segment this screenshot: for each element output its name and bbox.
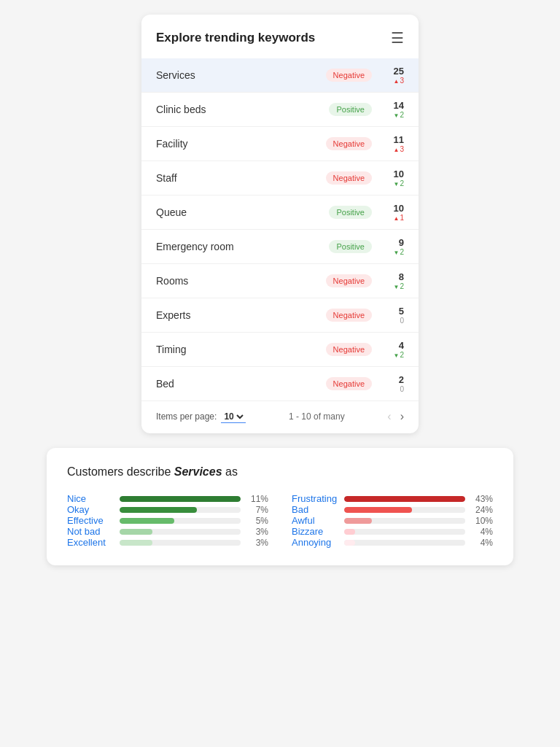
stat-count: 4 <box>399 340 404 351</box>
bar-container <box>120 518 241 524</box>
stat-count: 5 <box>399 306 404 317</box>
describe-row: Effective 5% <box>67 515 268 526</box>
stat-change-up: 3 <box>394 145 404 153</box>
describe-pct: 3% <box>248 527 268 537</box>
keyword-name: Queue <box>156 206 329 218</box>
describe-label: Bad <box>292 504 337 515</box>
per-page-select[interactable]: 10 20 50 <box>221 411 246 423</box>
describe-row: Excellent 3% <box>67 537 268 548</box>
stat-count: 9 <box>399 237 404 248</box>
keyword-stats: 8 2 <box>381 271 404 290</box>
describe-row: Nice 11% <box>67 493 268 504</box>
keywords-header: Explore trending keywords ☰ <box>141 29 419 58</box>
bar-container <box>344 529 465 535</box>
keyword-name: Staff <box>156 172 326 184</box>
describe-label: Not bad <box>67 526 112 537</box>
stat-change-down: 2 <box>394 282 404 290</box>
describe-pct: 4% <box>472 538 493 548</box>
describe-pct: 43% <box>472 494 493 504</box>
keyword-row[interactable]: Clinic beds Positive 14 2 <box>141 93 419 127</box>
bar-fill <box>120 540 152 546</box>
describe-label: Bizzare <box>292 526 337 537</box>
sentiment-badge: Positive <box>329 103 372 116</box>
pagination-range: 1 - 10 of many <box>289 411 345 422</box>
bar-container <box>120 496 241 502</box>
stat-change-neutral: 0 <box>400 317 404 325</box>
bar-container <box>120 540 241 546</box>
prev-page-button[interactable]: ‹ <box>387 410 391 423</box>
stat-change-down: 2 <box>394 179 404 187</box>
stat-count: 14 <box>394 100 404 111</box>
sentiment-badge: Negative <box>326 377 372 390</box>
describe-card: Customers describe Services as Nice 11% … <box>47 448 513 565</box>
items-per-page-label: Items per page: <box>156 411 217 422</box>
keyword-row[interactable]: Timing Negative 4 2 <box>141 333 419 367</box>
keyword-row[interactable]: Services Negative 25 3 <box>141 58 419 93</box>
sentiment-badge: Negative <box>326 69 372 82</box>
keyword-name: Experts <box>156 309 326 321</box>
pagination: Items per page: 10 20 50 1 - 10 of many … <box>141 401 419 426</box>
bar-fill <box>344 507 412 513</box>
filter-icon[interactable]: ☰ <box>391 29 404 47</box>
keyword-stats: 11 3 <box>381 134 404 153</box>
describe-label: Effective <box>67 515 112 526</box>
stat-change-down: 2 <box>394 351 404 359</box>
keyword-row[interactable]: Bed Negative 2 0 <box>141 367 419 401</box>
describe-row: Bad 24% <box>292 504 493 515</box>
describe-label: Okay <box>67 504 112 515</box>
keyword-row[interactable]: Experts Negative 5 0 <box>141 298 419 333</box>
stat-change-up: 1 <box>394 214 404 222</box>
stat-count: 25 <box>394 66 404 77</box>
sentiment-badge: Positive <box>329 206 372 219</box>
bar-container <box>344 496 465 502</box>
describe-prefix: Customers describe <box>67 465 174 478</box>
keyword-stats: 4 2 <box>381 340 404 359</box>
keywords-card: Explore trending keywords ☰ Services Neg… <box>141 15 419 433</box>
keyword-stats: 2 0 <box>381 374 404 393</box>
keyword-stats: 25 3 <box>381 66 404 85</box>
stat-count: 8 <box>399 271 404 282</box>
stat-count: 11 <box>394 134 404 145</box>
describe-label: Excellent <box>67 537 112 548</box>
bar-container <box>344 507 465 513</box>
keyword-row[interactable]: Emergency room Positive 9 2 <box>141 230 419 264</box>
keyword-row[interactable]: Queue Positive 10 1 <box>141 196 419 230</box>
stat-change-up: 3 <box>394 77 404 85</box>
keywords-title: Explore trending keywords <box>156 31 315 45</box>
describe-pct: 5% <box>248 516 268 526</box>
describe-pct: 24% <box>472 505 493 515</box>
stat-change-down: 2 <box>394 111 404 119</box>
sentiment-badge: Positive <box>329 240 372 253</box>
bar-fill <box>120 496 241 502</box>
stat-change-neutral: 0 <box>400 385 404 393</box>
next-page-button[interactable]: › <box>400 410 404 423</box>
describe-label: Frustrating <box>292 493 337 504</box>
sentiment-badge: Negative <box>326 274 372 287</box>
describe-grid: Nice 11% Okay 7% Effective 5% Not bad <box>67 493 493 548</box>
keyword-row[interactable]: Facility Negative 11 3 <box>141 127 419 161</box>
keyword-stats: 9 2 <box>381 237 404 256</box>
describe-keyword: Services <box>174 465 222 478</box>
describe-row: Bizzare 4% <box>292 526 493 537</box>
describe-pct: 4% <box>472 527 493 537</box>
keyword-name: Emergency room <box>156 241 329 252</box>
pagination-left: Items per page: 10 20 50 <box>156 411 246 423</box>
sentiment-badge: Negative <box>326 309 372 322</box>
keyword-stats: 10 2 <box>381 169 404 187</box>
keyword-name: Timing <box>156 344 326 355</box>
keyword-name: Clinic beds <box>156 104 329 115</box>
describe-title: Customers describe Services as <box>67 465 493 479</box>
describe-pct: 7% <box>248 505 268 515</box>
bar-fill <box>344 518 372 524</box>
keyword-name: Facility <box>156 138 326 150</box>
keyword-row[interactable]: Staff Negative 10 2 <box>141 161 419 196</box>
describe-row: Annoying 4% <box>292 537 493 548</box>
keyword-row[interactable]: Rooms Negative 8 2 <box>141 264 419 298</box>
describe-row: Awful 10% <box>292 515 493 526</box>
sentiment-badge: Negative <box>326 171 372 185</box>
keyword-name: Bed <box>156 378 326 390</box>
keyword-stats: 14 2 <box>381 100 404 119</box>
sentiment-badge: Negative <box>326 343 372 356</box>
stat-count: 10 <box>394 169 404 179</box>
bar-fill <box>120 507 197 513</box>
